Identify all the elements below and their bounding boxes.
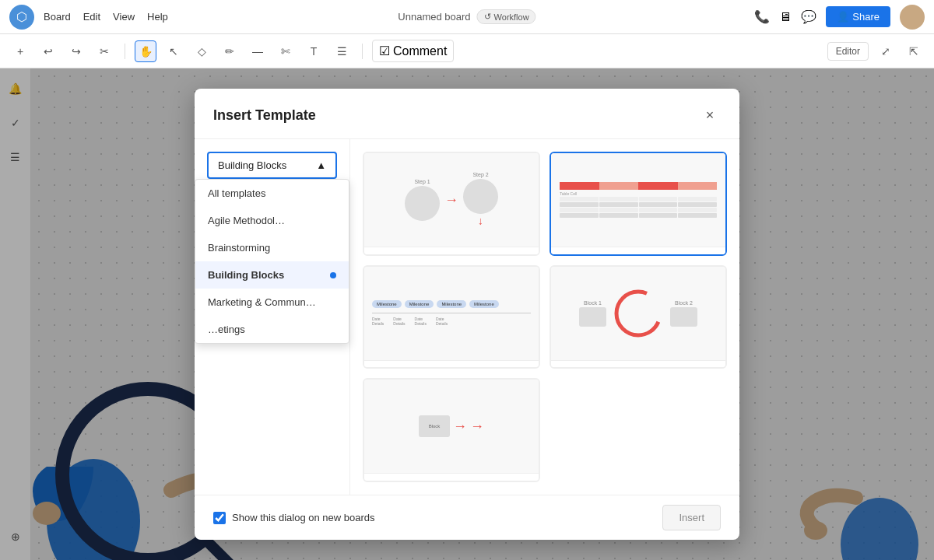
cut-tool[interactable]: ✂ — [93, 40, 115, 62]
modal-footer: Show this dialog on new boards Insert — [195, 495, 739, 540]
dropdown-trigger[interactable]: Building Blocks ▲ — [207, 152, 337, 179]
modal-close-button[interactable]: × — [699, 104, 721, 126]
option-label-marketing: Marketing & Commun… — [208, 296, 316, 308]
step-1: Step 1 — [405, 179, 440, 221]
table-row-4 — [560, 213, 717, 218]
table-tool[interactable]: ☰ — [331, 40, 353, 62]
table-row-3 — [560, 208, 717, 212]
board-name[interactable]: Unnamed board — [398, 11, 470, 23]
share-button[interactable]: 👤 Share — [826, 6, 890, 27]
table-preview-area: Table Cell — [551, 153, 725, 247]
option-label-meetings: …etings — [208, 324, 245, 335]
block-item: Block — [419, 415, 450, 437]
milestone-dates: DateDetails DateDetails DateDetails Date… — [372, 317, 531, 326]
table-header — [560, 182, 717, 190]
dropdown-option-meetings[interactable]: …etings — [195, 316, 349, 343]
template-label-circle-flow: Circle Flow — [551, 360, 725, 369]
option-label-brainstorming: Brainstorming — [208, 242, 270, 254]
block-2-label: Block 2 — [670, 300, 697, 327]
insert-button[interactable]: Insert — [662, 505, 721, 530]
modal-left-panel: Building Blocks ▲ All templates Agile Me… — [195, 139, 350, 495]
canvas-area[interactable]: 🔔 ✓ ☰ ⊕ — [0, 68, 934, 560]
menu-view[interactable]: View — [113, 11, 135, 23]
user-avatar[interactable] — [900, 5, 925, 30]
dropdown-option-brainstorming[interactable]: Brainstorming — [195, 234, 349, 261]
milestone-diagram: Milestone Milestone Milestone Milestone … — [364, 292, 539, 334]
workflow-badge[interactable]: ↺ Workflow — [477, 9, 536, 24]
shape-tool[interactable]: ◇ — [191, 40, 212, 62]
menu-help[interactable]: Help — [147, 11, 168, 23]
milestone-preview-area: Milestone Milestone Milestone Milestone … — [364, 267, 539, 360]
dropdown-selected-label: Building Blocks — [218, 159, 286, 171]
dropdown-option-agile[interactable]: Agile Methodol… — [195, 207, 349, 234]
arrow-right-1: → — [444, 192, 458, 208]
separator-1 — [125, 44, 125, 59]
menu-board[interactable]: Board — [44, 11, 71, 23]
option-label-all: All templates — [208, 187, 265, 199]
toolbar-right: Editor ⤢ ⇱ — [827, 40, 925, 62]
circle-preview-area: Block 1 Block 2 — [551, 267, 725, 360]
show-dialog-label: Show this dialog on new boards — [232, 512, 375, 523]
option-label-agile: Agile Methodol… — [208, 215, 285, 226]
text-tool[interactable]: T — [303, 40, 325, 62]
block-1-label: Block 1 — [579, 300, 606, 327]
flow-diagram: Step 1 → Step 2 → — [399, 166, 504, 235]
expand-tool[interactable]: ⤢ — [875, 40, 897, 62]
dropdown-option-building-blocks[interactable]: Building Blocks — [195, 261, 349, 289]
chevron-up-icon: ▲ — [316, 159, 326, 171]
template-label-basic-table: Basic Table — [551, 247, 725, 256]
select-tool[interactable]: ↖ — [163, 40, 184, 62]
insert-template-modal: Insert Template × Building Blocks ▲ — [195, 89, 739, 540]
line-tool[interactable]: — — [247, 40, 269, 62]
connector-tool[interactable]: ✄ — [275, 40, 297, 62]
modal-title: Insert Template — [213, 107, 316, 124]
circle-diagram: Block 1 Block 2 — [551, 267, 725, 360]
template-card-block-flow[interactable]: Block → → Block Flow — [363, 378, 540, 482]
chat-icon[interactable]: 💬 — [801, 9, 816, 24]
dropdown-menu: All templates Agile Methodol… Brainstorm… — [195, 179, 349, 344]
active-dot — [330, 272, 336, 278]
menu-edit[interactable]: Edit — [83, 11, 100, 23]
dropdown-option-marketing[interactable]: Marketing & Commun… — [195, 289, 349, 316]
option-label-building-blocks: Building Blocks — [208, 269, 284, 281]
block-diagram: Block → → — [411, 408, 492, 445]
menu-bar: ⬡ Board Edit View Help Unnamed board ↺ W… — [0, 0, 934, 34]
template-grid: Step 1 → Step 2 → S — [350, 139, 739, 495]
redo-tool[interactable]: ↪ — [65, 40, 87, 62]
add-tool[interactable]: + — [9, 40, 31, 62]
hand-tool[interactable]: ✋ — [135, 40, 156, 62]
table-cell-label: Table Cell — [560, 191, 717, 196]
show-dialog-checkbox[interactable] — [213, 512, 226, 524]
collapse-tool[interactable]: ⇱ — [903, 40, 925, 62]
svg-point-6 — [616, 292, 660, 335]
modal-body: Building Blocks ▲ All templates Agile Me… — [195, 139, 739, 495]
editor-badge: Editor — [827, 42, 869, 61]
table-row-2 — [560, 202, 717, 207]
phone-icon[interactable]: 📞 — [754, 9, 770, 24]
table-row-1 — [560, 197, 717, 201]
dropdown-option-all[interactable]: All templates — [195, 180, 349, 207]
toolbar: + ↩ ↪ ✂ ✋ ↖ ◇ ✏ — ✄ T ☰ ☑ Comment Editor… — [0, 34, 934, 68]
flow-preview: Step 1 → Step 2 → — [364, 153, 539, 247]
template-card-basic-table[interactable]: Table Cell — [550, 152, 727, 256]
pen-tool[interactable]: ✏ — [219, 40, 241, 62]
board-name-area: Unnamed board ↺ Workflow — [398, 9, 535, 24]
undo-tool[interactable]: ↩ — [37, 40, 59, 62]
app-logo[interactable]: ⬡ — [9, 5, 34, 30]
screen-icon[interactable]: 🖥 — [779, 10, 792, 24]
category-dropdown: Building Blocks ▲ All templates Agile Me… — [207, 152, 337, 179]
table-diagram: Table Cell — [560, 182, 717, 219]
timeline-line — [372, 313, 531, 313]
modal-overlay[interactable]: Insert Template × Building Blocks ▲ — [0, 68, 934, 560]
show-dialog-checkbox-container[interactable]: Show this dialog on new boards — [213, 512, 375, 524]
comment-checkbox-icon: ☑ — [379, 44, 390, 58]
template-card-milestone[interactable]: Milestone Milestone Milestone Milestone … — [363, 265, 540, 369]
modal-header: Insert Template × — [195, 89, 739, 139]
block-arrow-2: → — [470, 418, 484, 435]
comment-tool[interactable]: ☑ Comment — [372, 40, 454, 62]
template-label-flow: Step Flow — [364, 247, 539, 256]
template-card-flow[interactable]: Step 1 → Step 2 → S — [363, 152, 540, 256]
step-2: Step 2 → — [463, 172, 498, 229]
share-icon: 👤 — [837, 11, 849, 23]
template-card-circle-flow[interactable]: Block 1 Block 2 — [550, 265, 727, 369]
